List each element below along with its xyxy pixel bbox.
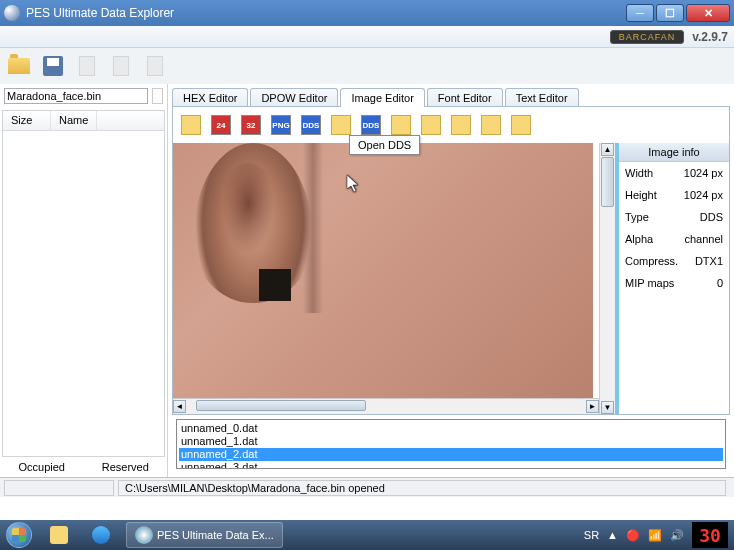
info-header: Image info: [619, 143, 729, 162]
app-icon: [4, 5, 20, 21]
title-bar: PES Ultimate Data Explorer ─ ☐ ✕: [0, 0, 734, 26]
sound-icon: 🔊: [670, 529, 684, 542]
info-row-type: TypeDDS: [619, 206, 729, 228]
img-tool-8[interactable]: [417, 110, 445, 140]
info-row-mip maps: MIP maps0: [619, 272, 729, 294]
img-tool-9[interactable]: [447, 110, 475, 140]
info-row-alpha: Alphachannel: [619, 228, 729, 250]
explorer-icon[interactable]: [42, 522, 80, 548]
filename-input[interactable]: [4, 88, 148, 104]
tab-dpow-editor[interactable]: DPOW Editor: [250, 88, 338, 107]
left-panel: Size Name Occupied Reserved: [0, 84, 168, 477]
reserved-label: Reserved: [84, 459, 168, 477]
img-tool-3[interactable]: PNG: [267, 110, 295, 140]
info-row-compress: Compress.DTX1: [619, 250, 729, 272]
tab-bar: HEX EditorDPOW EditorImage EditorFont Ed…: [172, 88, 730, 107]
browser-icon[interactable]: [84, 522, 122, 548]
image-info-panel: Image info Width1024 pxHeight1024 pxType…: [619, 143, 729, 414]
occupied-label: Occupied: [0, 459, 84, 477]
save-button[interactable]: [38, 51, 68, 81]
img-tool-0[interactable]: [177, 110, 205, 140]
status-cell-1: [4, 480, 114, 496]
status-bar: C:\Users\MILAN\Desktop\Maradona_face.bin…: [0, 477, 734, 497]
version-label: v.2.9.7: [692, 30, 728, 44]
image-toolbar: 2432PNGDDSDDSOpen DDS: [173, 107, 729, 143]
col-name[interactable]: Name: [51, 111, 97, 130]
taskbar-app[interactable]: PES Ultimate Data Ex...: [126, 522, 283, 548]
tab-content: 2432PNGDDSDDSOpen DDS ◄ ► ▲: [172, 106, 730, 415]
img-tool-11[interactable]: [507, 110, 535, 140]
file-list[interactable]: unnamed_0.datunnamed_1.datunnamed_2.datu…: [176, 419, 726, 469]
right-panel: HEX EditorDPOW EditorImage EditorFont Ed…: [168, 84, 734, 477]
taskbar-app-label: PES Ultimate Data Ex...: [157, 529, 274, 541]
maximize-button[interactable]: ☐: [656, 4, 684, 22]
tab-text-editor[interactable]: Text Editor: [505, 88, 579, 107]
import-button[interactable]: [106, 51, 136, 81]
tab-font-editor[interactable]: Font Editor: [427, 88, 503, 107]
file-item[interactable]: unnamed_3.dat: [179, 461, 723, 469]
h-scrollbar[interactable]: ◄ ►: [173, 398, 599, 414]
tooltip: Open DDS: [349, 135, 420, 155]
file-item[interactable]: unnamed_0.dat: [179, 422, 723, 435]
open-button[interactable]: [4, 51, 34, 81]
flag-icon: 🔴: [626, 529, 640, 542]
export-button[interactable]: [72, 51, 102, 81]
v-scrollbar[interactable]: ▲ ▼: [599, 143, 615, 414]
image-preview[interactable]: [173, 143, 593, 398]
img-tool-2[interactable]: 32: [237, 110, 265, 140]
img-tool-4[interactable]: DDS: [297, 110, 325, 140]
minimize-button[interactable]: ─: [626, 4, 654, 22]
system-tray[interactable]: SR ▲ 🔴 📶 🔊 30: [584, 522, 734, 548]
brand-badge: BARCAFAN: [610, 30, 685, 44]
clock[interactable]: 30: [692, 522, 728, 548]
file-tree[interactable]: Size Name: [2, 110, 165, 457]
col-size[interactable]: Size: [3, 111, 51, 130]
img-tool-1[interactable]: 24: [207, 110, 235, 140]
status-path: C:\Users\MILAN\Desktop\Maradona_face.bin…: [118, 480, 726, 496]
lang-indicator[interactable]: SR: [584, 529, 599, 541]
main-toolbar: [0, 48, 734, 84]
taskbar[interactable]: PES Ultimate Data Ex... SR ▲ 🔴 📶 🔊 30: [0, 520, 734, 550]
close-button[interactable]: ✕: [686, 4, 730, 22]
cursor-icon: [347, 175, 361, 193]
info-row-height: Height1024 px: [619, 184, 729, 206]
window-title: PES Ultimate Data Explorer: [26, 6, 626, 20]
menu-bar: BARCAFAN v.2.9.7: [0, 26, 734, 48]
img-tool-10[interactable]: [477, 110, 505, 140]
tab-hex-editor[interactable]: HEX Editor: [172, 88, 248, 107]
tool-button[interactable]: [140, 51, 170, 81]
start-button[interactable]: [0, 520, 38, 550]
network-icon: 📶: [648, 529, 662, 542]
file-item[interactable]: unnamed_1.dat: [179, 435, 723, 448]
tab-image-editor[interactable]: Image Editor: [340, 88, 424, 107]
info-row-width: Width1024 px: [619, 162, 729, 184]
file-item[interactable]: unnamed_2.dat: [179, 448, 723, 461]
